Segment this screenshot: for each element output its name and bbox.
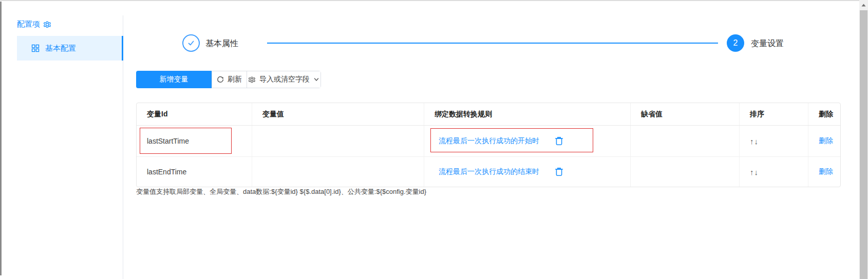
- sidebar-item-basic-config[interactable]: 基本配置: [17, 36, 123, 61]
- refresh-label: 刷新: [228, 75, 242, 84]
- window-top-border: [0, 0, 868, 1]
- add-variable-button[interactable]: 新增变量: [136, 71, 212, 88]
- sidebar-item-label: 基本配置: [45, 44, 76, 53]
- col-header-sort: 排序: [740, 103, 808, 125]
- stepper-connector-line: [267, 43, 718, 44]
- sidebar-title-label: 配置项: [17, 19, 40, 29]
- import-label: 导入或清空字段: [259, 75, 310, 84]
- step2-label: 变量设置: [751, 38, 784, 49]
- delete-link[interactable]: 删除: [819, 167, 833, 176]
- cell-delete: 删除: [808, 157, 840, 187]
- cell-sort: ↑↓: [740, 126, 808, 156]
- scrollbar-thumb[interactable]: [860, 10, 867, 279]
- col-header-bind-rule: 绑定数据转换规则: [424, 103, 631, 125]
- cell-delete: 删除: [808, 126, 840, 156]
- trash-icon[interactable]: [555, 136, 563, 146]
- import-or-clear-fields-button[interactable]: 导入或清空字段: [247, 71, 320, 88]
- refresh-icon: [217, 76, 224, 83]
- table-row: lastEndTime 流程最后一次执行成功的结束时 ↑↓ 删除: [137, 157, 840, 187]
- toolbar-button-group: 刷新 导入或清空字段: [212, 71, 321, 88]
- refresh-button[interactable]: 刷新: [212, 71, 247, 88]
- cell-default-value[interactable]: [631, 126, 740, 156]
- col-header-variable-value: 变量值: [252, 103, 424, 125]
- rule-link[interactable]: 流程最后一次执行成功的开始时: [439, 136, 539, 146]
- cell-variable-value[interactable]: [252, 126, 424, 156]
- sort-arrows[interactable]: ↑↓: [750, 137, 759, 146]
- step2-number-circle: 2: [727, 34, 744, 52]
- cell-variable-id: lastEndTime: [137, 157, 252, 187]
- vertical-scrollbar[interactable]: [859, 0, 868, 279]
- window-left-border: [0, 2, 2, 275]
- table-footnote: 变量值支持取局部变量、全局变量、data数据:${变量id} ${$.data[…: [136, 187, 426, 196]
- check-icon: [187, 39, 195, 47]
- col-header-default-value: 缺省值: [631, 103, 740, 125]
- rule-link[interactable]: 流程最后一次执行成功的结束时: [439, 167, 539, 176]
- variables-table: 变量Id 变量值 绑定数据转换规则 缺省值 排序 删除 lastStartTim…: [136, 103, 841, 187]
- trash-icon[interactable]: [555, 167, 563, 176]
- sort-arrows[interactable]: ↑↓: [750, 168, 759, 176]
- cell-variable-value[interactable]: [252, 157, 424, 187]
- cell-variable-id: lastStartTime: [137, 126, 252, 156]
- table-row: lastStartTime 流程最后一次执行成功的开始时 ↑↓ 删除: [137, 126, 840, 157]
- cell-bind-rule: 流程最后一次执行成功的结束时: [424, 157, 631, 187]
- step2-number: 2: [733, 38, 738, 48]
- table-header-row: 变量Id 变量值 绑定数据转换规则 缺省值 排序 删除: [137, 103, 840, 126]
- cell-bind-rule: 流程最后一次执行成功的开始时: [424, 126, 631, 156]
- chevron-down-icon: [313, 76, 319, 83]
- cell-default-value[interactable]: [631, 157, 740, 187]
- gear-icon: [248, 76, 256, 84]
- settings-gear-icon[interactable]: [43, 21, 51, 29]
- sidebar-title: 配置项: [17, 19, 51, 29]
- col-header-delete: 删除: [808, 103, 840, 125]
- step1-label: 基本属性: [205, 38, 238, 49]
- step1-done-circle: [182, 34, 200, 52]
- col-header-variable-id: 变量Id: [137, 103, 252, 125]
- delete-link[interactable]: 删除: [819, 136, 833, 146]
- grid-icon: [31, 44, 40, 52]
- scrollbar-up-arrow-icon[interactable]: [859, 0, 868, 10]
- cell-sort: ↑↓: [740, 157, 808, 187]
